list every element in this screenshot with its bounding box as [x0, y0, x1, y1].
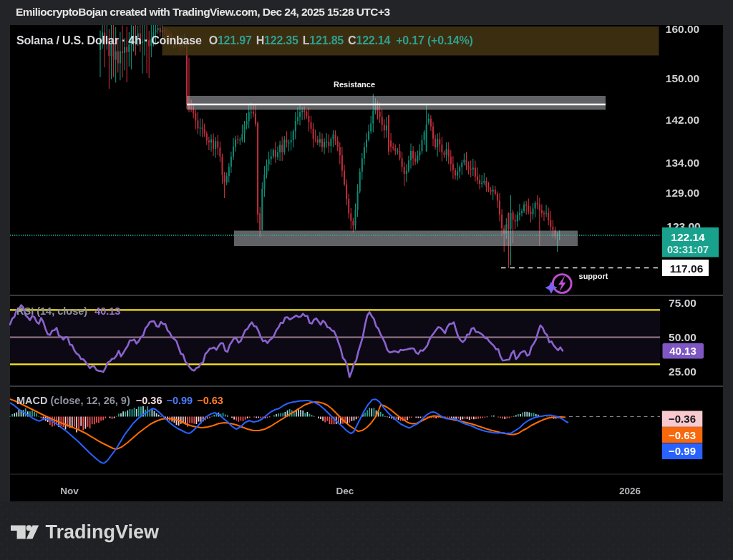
svg-text:Resistance: Resistance — [334, 80, 375, 89]
svg-text:−0.36: −0.36 — [669, 413, 696, 425]
svg-text:RSI (14, close)40.13: RSI (14, close)40.13 — [16, 305, 120, 317]
svg-text:40.13: 40.13 — [669, 345, 696, 357]
svg-text:142.00: 142.00 — [666, 114, 699, 126]
svg-text:2026: 2026 — [619, 486, 641, 496]
svg-text:MACD (close, 12, 26, 9)−0.36−0: MACD (close, 12, 26, 9)−0.36−0.99−0.63 — [16, 395, 223, 406]
svg-text:Dec: Dec — [336, 486, 354, 496]
svg-text:134.00: 134.00 — [666, 157, 699, 169]
svg-text:TradingView: TradingView — [45, 521, 160, 542]
svg-text:03:31:07: 03:31:07 — [667, 244, 709, 255]
svg-text:50.00: 50.00 — [669, 331, 696, 343]
svg-text:129.00: 129.00 — [666, 187, 699, 199]
svg-text:Solana / U.S. Dollar · 4h · Co: Solana / U.S. Dollar · 4h · CoinbaseO121… — [16, 34, 473, 46]
svg-text:117.06: 117.06 — [670, 262, 704, 275]
svg-text:25.00: 25.00 — [669, 365, 696, 378]
svg-text:150.00: 150.00 — [666, 72, 699, 84]
svg-text:−0.99: −0.99 — [669, 445, 696, 457]
svg-text:support: support — [579, 272, 608, 280]
svg-text:122.14: 122.14 — [671, 231, 705, 243]
svg-text:Nov: Nov — [60, 486, 79, 496]
svg-text:−0.63: −0.63 — [669, 429, 696, 441]
svg-text:75.00: 75.00 — [669, 297, 696, 309]
svg-text:160.00: 160.00 — [666, 23, 699, 35]
